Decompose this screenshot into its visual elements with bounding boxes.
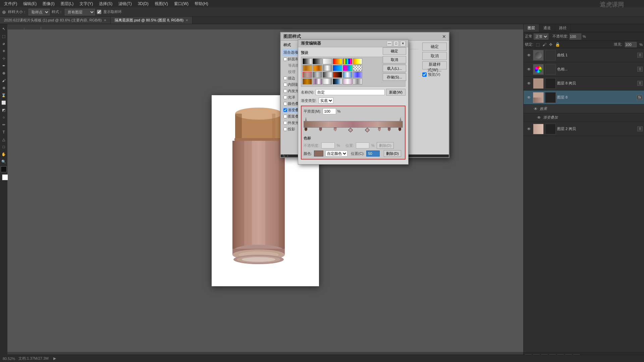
opacity-stop-1[interactable]	[304, 117, 308, 121]
grad-ok-btn[interactable]: 确定	[383, 47, 406, 55]
ls-close-btn[interactable]: ✕	[442, 34, 446, 39]
ls-preview-check[interactable]	[422, 72, 427, 77]
tool-clone[interactable]: ⊗	[0, 84, 7, 91]
panel-tab-paths[interactable]: 路径	[555, 24, 571, 32]
layer-item-huesat[interactable]: 👁 色相... 8	[524, 62, 644, 76]
preset-ry[interactable]	[333, 58, 342, 64]
fill-input[interactable]	[625, 42, 637, 47]
tab-close-1[interactable]: ✕	[104, 18, 106, 22]
ls-stroke-check[interactable]	[283, 76, 287, 80]
tool-move[interactable]: ↖	[0, 25, 7, 32]
pos-val[interactable]	[356, 142, 369, 148]
size-select[interactable]: 取样点	[29, 9, 50, 15]
tool-dodge[interactable]: ○	[0, 114, 7, 121]
menu-item-window[interactable]: 窗口(W)	[171, 0, 191, 7]
tool-heal[interactable]: ⊕	[0, 70, 7, 76]
name-input[interactable]	[316, 89, 385, 95]
ls-color-overlay-check[interactable]	[283, 102, 287, 106]
tool-crop[interactable]: ⊹	[0, 55, 7, 62]
preset-lavender[interactable]	[313, 78, 322, 84]
ls-satin-check[interactable]	[283, 96, 287, 99]
preset-trans[interactable]	[353, 65, 362, 71]
color-stop-7[interactable]	[387, 128, 391, 132]
tab-file2[interactable]: 隔离霜原图.psd @ 80.5% (图层 8, RGB/8) ✕	[111, 17, 193, 24]
style-select[interactable]: 所有图层	[65, 9, 95, 15]
preset-bluelight[interactable]	[343, 72, 352, 78]
color-stop-5-diamond[interactable]	[365, 128, 369, 132]
ls-drop-shadow-check[interactable]	[283, 127, 287, 131]
layer-item-2copy[interactable]: 👁 图层 2 拷贝 8	[524, 122, 644, 136]
color-stop-3[interactable]	[334, 128, 338, 132]
menu-item-filter[interactable]: 滤镜(T)	[116, 0, 134, 7]
smoothness-input[interactable]	[323, 108, 336, 114]
foreground-color[interactable]	[1, 166, 7, 172]
preset-wtrans[interactable]	[323, 58, 332, 64]
color-stop-8[interactable]	[398, 128, 402, 132]
color-stop-2[interactable]	[319, 128, 323, 132]
ls-inner-glow-check[interactable]	[283, 89, 287, 93]
preset-gray2[interactable]	[353, 78, 362, 84]
layer-item-curves[interactable]: 👁 曲线 1 8	[524, 48, 644, 62]
ls-new-style-btn[interactable]: 新建样式(W)...	[422, 61, 447, 69]
tool-history[interactable]: ⌛	[0, 92, 7, 99]
color-type-select[interactable]: 自定颜色	[325, 150, 347, 157]
eye-8copy[interactable]: 👁	[526, 81, 532, 86]
menu-item-layer[interactable]: 图层(L)	[58, 0, 76, 7]
ls-ok-btn[interactable]: 确定	[422, 43, 447, 51]
color-stop-6[interactable]	[378, 128, 382, 132]
preset-brown[interactable]	[303, 78, 312, 84]
preset-redbk[interactable]	[333, 72, 342, 78]
preset-custom1[interactable]	[303, 72, 312, 78]
panel-tab-layers[interactable]: 图层	[524, 24, 539, 32]
ls-add-btn[interactable]: +	[287, 154, 289, 158]
eye-huesat[interactable]: 👁	[526, 67, 532, 72]
preset-violet[interactable]	[353, 72, 362, 78]
opacity-delete-btn[interactable]: 删除(D)	[377, 142, 394, 149]
preset-multi[interactable]	[343, 65, 352, 71]
eye-curves[interactable]: 👁	[526, 53, 532, 58]
tool-path[interactable]: △	[0, 136, 7, 143]
color-swatch[interactable]	[314, 150, 323, 157]
preset-blue[interactable]	[333, 65, 342, 71]
ls-cancel-btn[interactable]: 取消	[422, 52, 447, 60]
gradient-preview-bar[interactable]	[304, 121, 403, 128]
menu-item-edit[interactable]: 编辑(E)	[20, 0, 39, 7]
tool-zoom[interactable]: 🔍	[0, 158, 7, 165]
color-stop-4-diamond[interactable]	[348, 128, 352, 132]
preset-bw[interactable]	[303, 58, 312, 64]
ls-outer-glow-check[interactable]	[283, 121, 287, 125]
ls-inner-shadow-check[interactable]	[283, 83, 287, 86]
eye-effects[interactable]: 👁	[533, 107, 538, 111]
layer-item-8[interactable]: 👁 图层 8 fx	[524, 90, 644, 105]
color-stop-1[interactable]	[304, 128, 308, 132]
tab-close-2[interactable]: ✕	[185, 18, 188, 22]
preset-rainbow[interactable]	[343, 58, 352, 64]
opacity-stop-2[interactable]	[399, 117, 402, 121]
tool-gradient[interactable]: ◩	[0, 107, 7, 113]
color-pos-input[interactable]	[366, 150, 380, 157]
menu-item-text[interactable]: 文字(Y)	[77, 0, 96, 7]
grad-load-btn[interactable]: 载入(L)...	[383, 65, 406, 72]
grad-minimize-btn[interactable]: —	[387, 41, 392, 46]
lock-all-icon[interactable]: 🔒	[555, 42, 560, 47]
eye-gradient-overlay[interactable]: 👁	[536, 115, 542, 120]
menu-item-image[interactable]: 图像(I)	[40, 0, 57, 7]
tool-text[interactable]: T	[0, 129, 7, 135]
preset-copper[interactable]	[303, 65, 312, 71]
preset-pinkw[interactable]	[343, 78, 352, 84]
menu-item-view[interactable]: 视图(V)	[152, 0, 171, 7]
layer-item-gradient-overlay[interactable]: 👁 渐变叠加	[524, 113, 644, 122]
preset-gold[interactable]	[313, 65, 322, 71]
tool-brush[interactable]: 🖌	[0, 77, 7, 84]
preset-yw[interactable]	[353, 58, 362, 64]
preset-lightgray[interactable]	[323, 78, 332, 84]
tab-file1[interactable]: 2020.622课程片头模板 (1).psd @ 83.6% (主要内容, RG…	[0, 17, 111, 24]
opacity-input[interactable]	[570, 34, 581, 40]
lock-move-icon[interactable]: ✥	[549, 42, 552, 47]
lock-paint-icon[interactable]: 🖌	[542, 42, 546, 47]
menu-item-help[interactable]: 帮助(H)	[192, 0, 211, 7]
ls-gradient-overlay-check[interactable]	[283, 108, 287, 112]
eye-8[interactable]: 👁	[526, 95, 532, 100]
grad-cancel-btn[interactable]: 取消	[383, 56, 406, 63]
color-delete-btn[interactable]: 删除(D)	[384, 150, 401, 157]
